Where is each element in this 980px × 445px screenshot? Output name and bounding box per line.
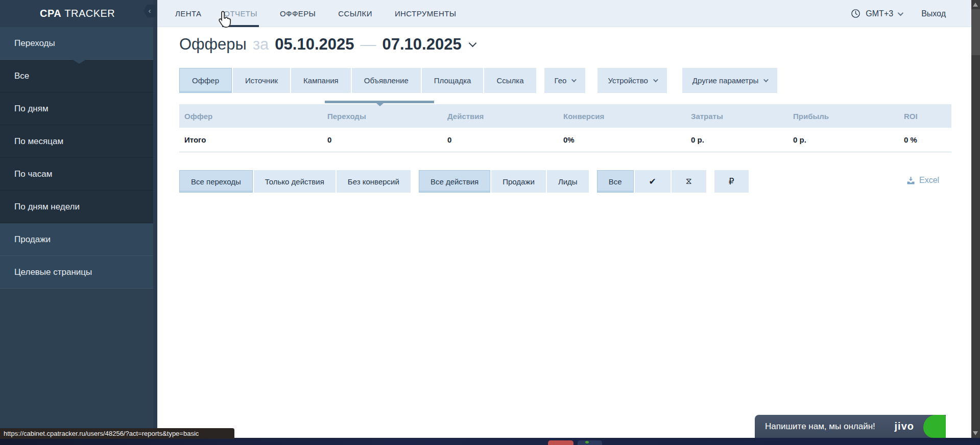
chat-widget[interactable]: Напишите нам, мы онлайн! jivo bbox=[755, 415, 946, 438]
filter-tolko-deystviya[interactable]: Только действия bbox=[254, 170, 336, 193]
sidebar-item-po-dnyam[interactable]: По дням bbox=[0, 92, 153, 125]
totals-deystviya: 0 bbox=[442, 128, 558, 152]
filter-buttons: Все переходы Только действия Без конверс… bbox=[179, 170, 750, 193]
chevron-down-icon bbox=[653, 77, 658, 82]
column-header-konversiya[interactable]: Конверсия bbox=[558, 104, 686, 128]
taskbar-icon-green-dot bbox=[585, 441, 589, 443]
geo-dropdown-label: Гео bbox=[555, 76, 567, 85]
selected-column-indicator bbox=[325, 101, 434, 103]
totals-perekhody: 0 bbox=[322, 128, 442, 152]
column-header-roi[interactable]: ROI bbox=[899, 104, 951, 128]
filter-vse-perekhody[interactable]: Все переходы bbox=[179, 170, 253, 193]
totals-roi: 0 % bbox=[899, 128, 951, 152]
tab-kampaniya[interactable]: Кампания bbox=[291, 68, 351, 93]
device-dropdown-label: Устройство bbox=[608, 76, 648, 85]
taskbar-edge bbox=[0, 438, 980, 445]
nav-ssylki[interactable]: ССЫЛКИ bbox=[338, 0, 372, 27]
tab-ploshchadka[interactable]: Площадка bbox=[422, 68, 484, 93]
report-table: Оффер Переходы Действия Конверсия Затрат… bbox=[179, 104, 951, 152]
table-header-row: Оффер Переходы Действия Конверсия Затрат… bbox=[179, 104, 951, 128]
chat-message: Напишите нам, мы онлайн! bbox=[765, 421, 875, 432]
chevron-down-icon bbox=[763, 77, 769, 82]
nav-instrumenty[interactable]: ИНСТРУМЕНТЫ bbox=[395, 0, 457, 27]
brand-logo: CPATRACKER bbox=[0, 0, 153, 27]
timezone-dropdown[interactable]: GMT+3 bbox=[866, 9, 902, 18]
topbar-right: GMT+3 Выход bbox=[851, 0, 946, 27]
nav-offery[interactable]: ОФФЕРЫ bbox=[280, 0, 316, 27]
filter-status-pending-hourglass-icon[interactable]: ⧖ bbox=[672, 170, 706, 193]
filter-vse-deystviya[interactable]: Все действия bbox=[419, 170, 490, 193]
dimension-tabs: Оффер Источник Кампания Объявление Площа… bbox=[179, 68, 777, 93]
nav-lenta[interactable]: ЛЕНТА bbox=[175, 0, 201, 27]
device-dropdown[interactable]: Устройство bbox=[597, 68, 666, 93]
sidebar-item-vse[interactable]: Все bbox=[0, 60, 153, 92]
column-header-zatraty[interactable]: Затраты bbox=[686, 104, 788, 128]
jivo-logo: jivo bbox=[895, 420, 914, 432]
sidebar-menu: Переходы Все По дням По месяцам По часам… bbox=[0, 27, 153, 289]
download-icon bbox=[906, 176, 915, 185]
brand-rest: TRACKER bbox=[64, 8, 115, 19]
totals-zatraty: 0 р. bbox=[686, 128, 788, 152]
sidebar: CPATRACKER ‹ Переходы Все По дням По мес… bbox=[0, 0, 157, 438]
date-from[interactable]: 05.10.2025 bbox=[275, 35, 354, 54]
jivo-leaf-icon bbox=[923, 415, 946, 438]
top-navigation: ЛЕНТА ОТЧЕТЫ ОФФЕРЫ ССЫЛКИ ИНСТРУМЕНТЫ bbox=[175, 0, 456, 27]
filter-status-vse[interactable]: Все bbox=[597, 170, 634, 193]
tab-istochnik[interactable]: Источник bbox=[233, 68, 290, 93]
sidebar-item-prodazhi[interactable]: Продажи bbox=[0, 223, 153, 256]
title-preposition: за bbox=[253, 35, 269, 54]
scroll-up-arrow-icon[interactable] bbox=[973, 3, 978, 7]
export-excel-link[interactable]: Excel bbox=[906, 176, 939, 185]
export-excel-label: Excel bbox=[919, 176, 939, 185]
filter-status-paid-ruble-icon[interactable]: ₽ bbox=[714, 170, 749, 193]
chevron-down-icon bbox=[898, 10, 903, 15]
sidebar-edge bbox=[153, 0, 157, 438]
nav-otchety[interactable]: ОТЧЕТЫ bbox=[224, 0, 257, 27]
taskbar-icon-blue bbox=[578, 440, 602, 445]
logout-link[interactable]: Выход bbox=[921, 9, 946, 18]
totals-row: Итого 0 0 0% 0 р. 0 р. 0 % bbox=[179, 128, 951, 152]
chevron-down-icon bbox=[571, 77, 577, 82]
brand-bold: CPA bbox=[40, 8, 61, 19]
column-header-deystviya[interactable]: Действия bbox=[442, 104, 558, 128]
app-window: CPATRACKER ‹ Переходы Все По дням По мес… bbox=[0, 0, 980, 445]
sidebar-item-po-dnyam-nedeli[interactable]: По дням недели bbox=[0, 191, 153, 223]
tab-ssylka[interactable]: Ссылка bbox=[484, 68, 536, 93]
vertical-scrollbar[interactable] bbox=[971, 0, 980, 438]
date-range-chevron-icon[interactable] bbox=[468, 39, 476, 47]
browser-status-url: https://cabinet.cpatracker.ru/users/4825… bbox=[0, 428, 234, 439]
main-content: Офферы за 05.10.2025 — 07.10.2025 Оффер … bbox=[157, 27, 971, 438]
column-header-perekhody[interactable]: Переходы bbox=[322, 104, 442, 128]
filter-prodazhi[interactable]: Продажи bbox=[491, 170, 546, 193]
tab-obyavlenie[interactable]: Объявление bbox=[352, 68, 421, 93]
report-title: Офферы bbox=[179, 35, 247, 54]
sidebar-item-po-mesyacam[interactable]: По месяцам bbox=[0, 125, 153, 158]
scroll-down-arrow-icon[interactable] bbox=[973, 431, 978, 435]
totals-konversiya: 0% bbox=[558, 128, 686, 152]
other-params-dropdown-label: Другие параметры bbox=[692, 76, 759, 85]
totals-pribyl: 0 р. bbox=[788, 128, 899, 152]
timezone-value: GMT+3 bbox=[866, 9, 893, 18]
totals-label: Итого bbox=[179, 128, 322, 152]
date-separator: — bbox=[361, 35, 376, 54]
topbar: ЛЕНТА ОТЧЕТЫ ОФФЕРЫ ССЫЛКИ ИНСТРУМЕНТЫ G… bbox=[157, 0, 971, 27]
geo-dropdown[interactable]: Гео bbox=[544, 68, 586, 93]
column-header-pribyl[interactable]: Прибыль bbox=[788, 104, 899, 128]
sidebar-item-po-chasam[interactable]: По часам bbox=[0, 158, 153, 191]
filter-status-approved-check-icon[interactable]: ✔ bbox=[635, 170, 671, 193]
tab-offer[interactable]: Оффер bbox=[179, 68, 232, 93]
clock-icon bbox=[851, 9, 861, 18]
other-params-dropdown[interactable]: Другие параметры bbox=[682, 68, 778, 93]
sidebar-item-celevye-stranicy[interactable]: Целевые страницы bbox=[0, 256, 153, 289]
scrollbar-thumb[interactable] bbox=[971, 9, 980, 55]
sidebar-item-perekhody[interactable]: Переходы bbox=[0, 27, 153, 60]
date-to[interactable]: 07.10.2025 bbox=[383, 35, 462, 54]
column-header-offer[interactable]: Оффер bbox=[179, 104, 322, 128]
filter-bez-konversiy[interactable]: Без конверсий bbox=[337, 170, 411, 193]
page-title: Офферы за 05.10.2025 — 07.10.2025 bbox=[179, 35, 475, 54]
filter-lidy[interactable]: Лиды bbox=[547, 170, 589, 193]
taskbar-icon-red bbox=[548, 440, 573, 445]
